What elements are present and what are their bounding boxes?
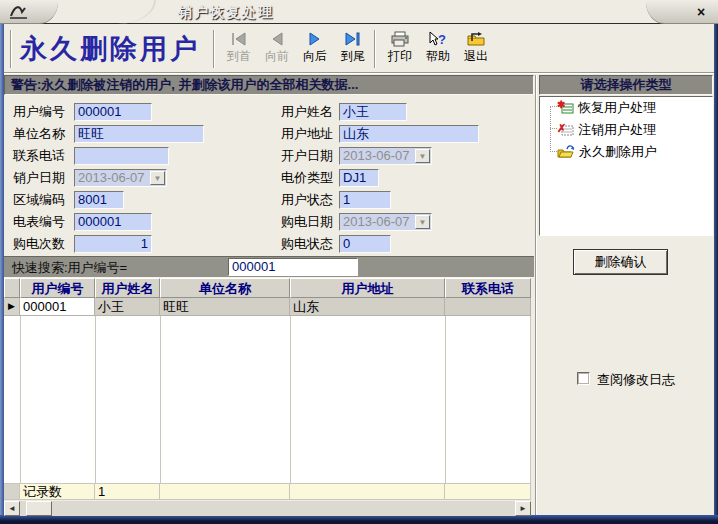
titlebar-right-tab: ×: [646, 0, 718, 24]
svg-text:?: ?: [438, 32, 446, 47]
svg-text:✱: ✱: [557, 100, 566, 110]
app-logo-icon: [8, 4, 30, 20]
title-bar[interactable]: 销户恢复处理 ×: [0, 0, 718, 24]
field-label: 开户日期: [281, 148, 333, 164]
exit-button[interactable]: 退出: [457, 29, 495, 69]
scrollbar-thumb[interactable]: [26, 501, 52, 516]
current-row-marker: ▶: [4, 298, 20, 316]
cancel-user-icon: ✗: [557, 122, 574, 137]
user-address-field[interactable]: 山东: [339, 125, 479, 143]
dropdown-arrow-icon[interactable]: ▼: [415, 149, 430, 163]
window-title: 销户恢复处理: [178, 4, 274, 22]
record-count-label: 记录数: [20, 483, 95, 500]
region-code-field[interactable]: 8001: [74, 191, 124, 209]
purchase-status-field[interactable]: 0: [339, 235, 391, 253]
grid-line: [95, 316, 96, 483]
view-log-checkbox[interactable]: [577, 372, 590, 385]
search-label: 快速搜索:用户编号=: [12, 259, 127, 277]
field-label: 用户编号: [13, 104, 65, 120]
prev-record-icon: [258, 29, 296, 49]
delete-user-folder-icon: [557, 144, 575, 159]
svg-text:✗: ✗: [557, 122, 566, 134]
table-cell[interactable]: 山东: [290, 298, 445, 316]
field-label: 用户地址: [281, 126, 333, 142]
meter-id-field[interactable]: 000001: [74, 213, 152, 231]
dropdown-arrow-icon[interactable]: ▼: [415, 215, 430, 229]
table-cell[interactable]: 旺旺: [160, 298, 290, 316]
footer-selector-cell: [4, 483, 20, 500]
field-label: 单位名称: [13, 126, 65, 142]
nav-next-button[interactable]: 向后: [296, 29, 334, 69]
next-record-icon: [296, 29, 334, 49]
footer-cell: [290, 483, 445, 500]
view-log-label[interactable]: 查阅修改日志: [597, 371, 675, 389]
printer-icon: [381, 29, 419, 49]
column-header[interactable]: 用户姓名: [95, 278, 160, 298]
print-button[interactable]: 打印: [381, 29, 419, 69]
exit-icon: [457, 29, 495, 49]
price-type-field[interactable]: DJ1: [339, 169, 379, 187]
panel-divider: [535, 75, 537, 515]
horizontal-scrollbar[interactable]: ◄ ►: [4, 501, 531, 516]
phone-field[interactable]: [74, 147, 169, 165]
column-header[interactable]: 用户地址: [290, 278, 445, 298]
purchase-date-combobox[interactable]: 2013-06-07 ▼: [339, 213, 432, 231]
first-record-icon: [220, 29, 258, 49]
footer-cell: [160, 483, 290, 500]
window-border-right: [714, 24, 718, 516]
field-label: 联系电话: [13, 148, 65, 164]
window-logo-tab: [0, 0, 58, 24]
field-label: 用户状态: [281, 192, 333, 208]
column-header[interactable]: 联系电话: [445, 278, 531, 298]
nav-first-button[interactable]: 到首: [220, 29, 258, 69]
field-label: 购电日期: [281, 214, 333, 230]
field-label: 区域编码: [13, 192, 65, 208]
delete-confirm-button[interactable]: 删除确认: [573, 249, 668, 275]
user-status-field[interactable]: 1: [339, 191, 391, 209]
table-cell[interactable]: 小王: [95, 298, 160, 316]
tree-guide-line: [550, 128, 557, 129]
last-record-icon: [334, 29, 372, 49]
nav-prev-button[interactable]: 向前: [258, 29, 296, 69]
grid-line: [20, 316, 21, 483]
operation-type-header: 请选择操作类型: [539, 75, 713, 95]
grid-empty-area: [4, 316, 531, 483]
scroll-left-button[interactable]: ◄: [4, 501, 20, 516]
titlebar-swoosh: [96, 0, 156, 24]
grid-line: [445, 316, 446, 483]
cancel-date-combobox[interactable]: 2013-06-07 ▼: [74, 169, 167, 187]
column-header[interactable]: 单位名称: [160, 278, 290, 298]
column-header[interactable]: 用户编号: [20, 278, 95, 298]
close-button[interactable]: ×: [692, 3, 710, 21]
page-title: 永久删除用户: [20, 31, 200, 67]
table-cell[interactable]: [445, 298, 531, 316]
scroll-right-button[interactable]: ►: [515, 501, 531, 516]
help-button[interactable]: ? 帮助: [419, 29, 457, 69]
tree-item-cancel-user[interactable]: ✗ 注销用户处理: [557, 120, 656, 138]
table-cell[interactable]: 000001: [20, 298, 95, 316]
field-label: 用户姓名: [281, 104, 333, 120]
user-id-field[interactable]: 000001: [74, 103, 152, 121]
purchase-count-field[interactable]: 1: [74, 235, 152, 253]
grid-selector-header: [4, 278, 20, 298]
tree-guide-line: [550, 151, 557, 152]
separator: [10, 30, 12, 68]
field-label: 购电状态: [281, 236, 333, 252]
nav-last-button[interactable]: 到尾: [334, 29, 372, 69]
grid-line: [160, 316, 161, 483]
separator: [374, 30, 376, 68]
record-count-value: 1: [95, 483, 160, 500]
separator: [213, 30, 215, 68]
open-date-combobox[interactable]: 2013-06-07 ▼: [339, 147, 432, 165]
operation-type-tree: ✱ 恢复用户处理 ✗ 注销用户处理 永久删除用户: [539, 96, 713, 236]
field-label: 购电次数: [13, 236, 65, 252]
user-name-field[interactable]: 小王: [339, 103, 407, 121]
app-window: 销户恢复处理 × 永久删除用户 到首 向前 向后 到尾: [0, 0, 718, 524]
dropdown-arrow-icon[interactable]: ▼: [150, 171, 165, 185]
tree-item-restore-user[interactable]: ✱ 恢复用户处理: [557, 98, 656, 116]
footer-cell: [445, 483, 531, 500]
search-input[interactable]: 000001: [228, 258, 358, 276]
grid-line: [290, 316, 291, 483]
tree-item-delete-user[interactable]: 永久删除用户: [557, 142, 657, 160]
unit-name-field[interactable]: 旺旺: [74, 125, 204, 143]
